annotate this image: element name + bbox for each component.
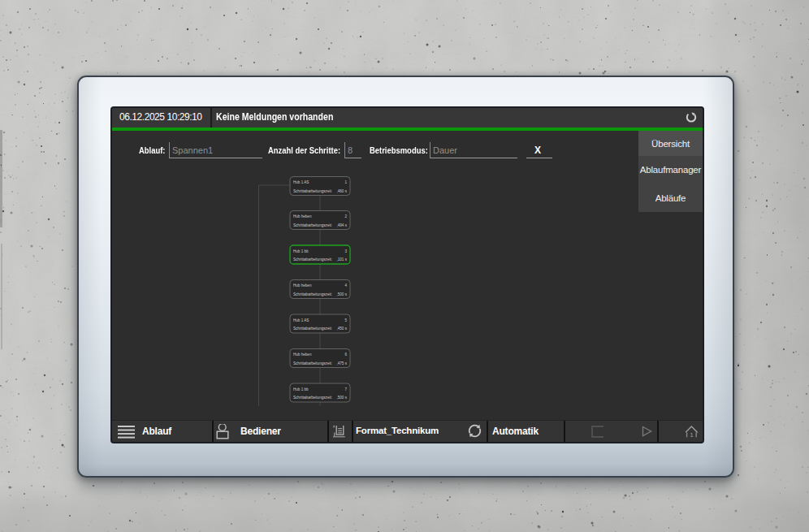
svg-text:1: 1 (344, 180, 347, 184)
svg-text:1: 1 (690, 431, 694, 438)
svg-text:,500 s: ,500 s (336, 396, 347, 400)
svg-text:Schrittabarbeitungszeit:: Schrittabarbeitungszeit: (293, 396, 332, 400)
svg-text:Schrittabarbeitungszeit:: Schrittabarbeitungszeit: (293, 257, 332, 262)
svg-text:,460 s: ,460 s (336, 189, 347, 193)
svg-text:2: 2 (344, 214, 347, 218)
svg-text:5: 5 (344, 318, 347, 322)
svg-text:Schrittabarbeitungszeit:: Schrittabarbeitungszeit: (293, 327, 332, 331)
svg-text:Schrittabarbeitungszeit:: Schrittabarbeitungszeit: (293, 189, 332, 193)
svg-text:,494 s: ,494 s (336, 223, 347, 227)
svg-text:Hub 1 bb: Hub 1 bb (293, 249, 309, 253)
svg-text:,101 s: ,101 s (336, 257, 347, 262)
svg-text:3: 3 (344, 249, 347, 253)
svg-text:Schrittabarbeitungszeit:: Schrittabarbeitungszeit: (293, 292, 332, 296)
svg-text:,450 s: ,450 s (336, 327, 347, 331)
svg-text:,475 s: ,475 s (336, 361, 347, 365)
svg-text:Hub 1 bb: Hub 1 bb (293, 387, 309, 391)
svg-text:,500 s: ,500 s (336, 292, 347, 296)
svg-text:Hub heben: Hub heben (293, 214, 312, 218)
svg-text:Hub 1 AS: Hub 1 AS (293, 180, 309, 184)
svg-text:7: 7 (344, 387, 347, 391)
svg-text:6: 6 (344, 353, 347, 357)
svg-text:Schrittabarbeitungszeit:: Schrittabarbeitungszeit: (293, 361, 332, 365)
svg-text:Hub heben: Hub heben (293, 283, 312, 288)
svg-text:Hub 1 AS: Hub 1 AS (293, 318, 309, 322)
svg-text:4: 4 (344, 283, 347, 288)
svg-text:Schrittabarbeitungszeit:: Schrittabarbeitungszeit: (293, 223, 332, 227)
svg-text:Hub heben: Hub heben (293, 353, 312, 357)
